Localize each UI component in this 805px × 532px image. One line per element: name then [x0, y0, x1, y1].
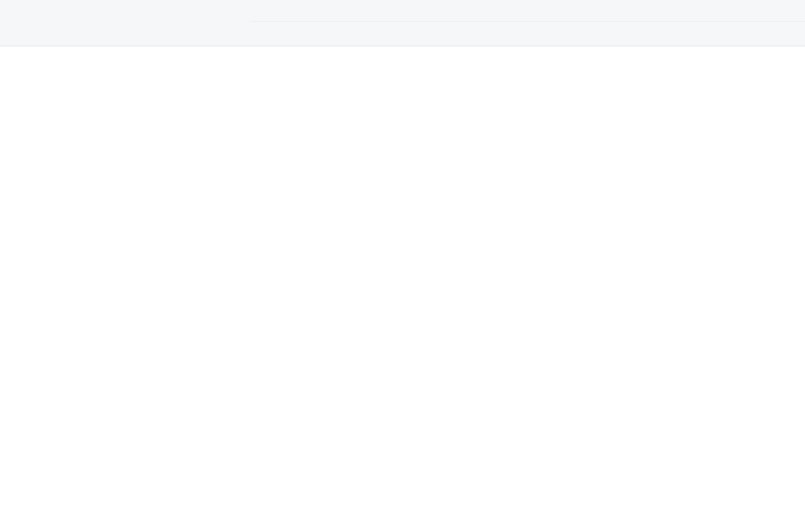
- day-grid: [250, 46, 805, 532]
- date-header: [250, 0, 805, 22]
- name-column-header: [0, 0, 250, 46]
- header: [0, 0, 805, 46]
- gantt-body: [0, 46, 805, 532]
- gantt-app: [0, 0, 805, 532]
- day-of-week-header: [250, 22, 805, 46]
